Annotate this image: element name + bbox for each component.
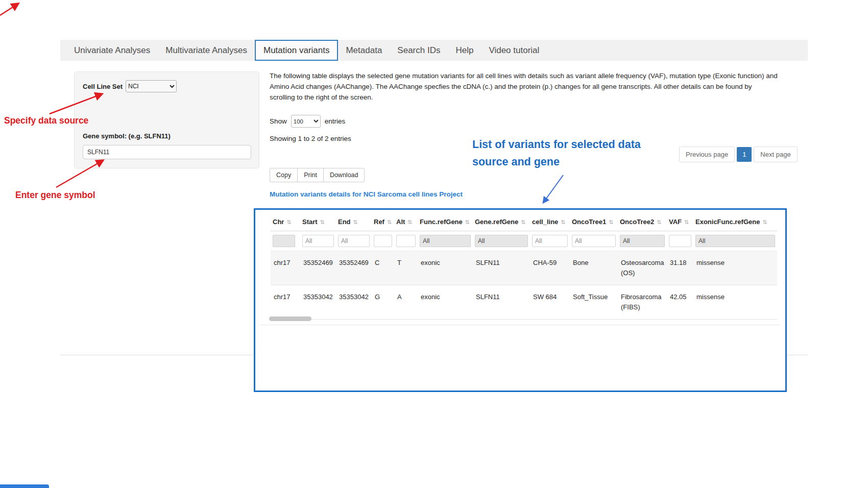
table-title-link[interactable]: Mutation variants details for NCI Sarcom… (270, 190, 463, 198)
table-row-1[interactable]: chr17 35352469 35352469 C T exonic SLFN1… (271, 251, 777, 285)
col-header-ref[interactable]: Ref⇅ (372, 212, 394, 231)
table-bottom-divider (260, 325, 780, 325)
col-header-func-refgene[interactable]: Func.refGene⇅ (418, 212, 473, 231)
table-row-2[interactable]: chr17 35353042 35353042 G A exonic SLFN1… (271, 285, 777, 320)
col-header-alt[interactable]: Alt⇅ (394, 212, 418, 231)
app-page: Univariate Analyses Multivariate Analyse… (0, 0, 868, 488)
show-label: Show (270, 117, 287, 125)
sort-icon: ⇅ (320, 219, 325, 225)
tab-mutation-variants[interactable]: Mutation variants (255, 40, 338, 61)
col-header-cell-line[interactable]: cell_line⇅ (530, 212, 570, 231)
sort-icon: ⇅ (407, 219, 412, 225)
tab-univariate-analyses[interactable]: Univariate Analyses (66, 40, 158, 61)
filter-start[interactable] (302, 235, 334, 247)
table-cell: 31.18 (667, 251, 693, 285)
table-cell: 35353042 (300, 285, 336, 320)
control-panel: Cell Line Set NCI Gene symbol: (e.g. SLF… (74, 71, 259, 168)
bottom-edge-artifact (0, 484, 49, 488)
filter-oncotree1[interactable] (572, 235, 616, 247)
pagination: Previous page 1 Next page (679, 147, 798, 162)
table-cell: Soft_Tissue (570, 285, 618, 320)
table-cell: A (394, 285, 418, 320)
tab-description: The following table displays the selecte… (270, 70, 779, 103)
annotation-specify-data-source: Specify data source (4, 115, 88, 126)
download-button[interactable]: Download (323, 168, 365, 182)
sort-icon: ⇅ (561, 219, 565, 225)
cell-line-set-select[interactable]: NCI (126, 80, 177, 92)
filter-func-refgene[interactable]: All (420, 235, 471, 247)
page-number-1-button[interactable]: 1 (737, 147, 752, 162)
page-length-select[interactable]: 100 (291, 115, 321, 128)
filter-end[interactable] (338, 235, 370, 247)
horizontal-scrollbar-thumb[interactable] (269, 316, 311, 321)
previous-page-button[interactable]: Previous page (679, 147, 735, 162)
tab-search-ids[interactable]: Search IDs (390, 40, 448, 61)
tab-multivariate-analyses[interactable]: Multivariate Analyses (158, 40, 255, 61)
col-header-oncotree1[interactable]: OncoTree1⇅ (570, 212, 618, 231)
gene-symbol-input[interactable] (83, 145, 251, 159)
table-cell: exonic (418, 251, 473, 285)
arrow-list-of-variants (543, 175, 563, 203)
table-cell: SLFN11 (473, 285, 530, 320)
table-cell: T (394, 251, 418, 285)
entries-label: entries (325, 117, 346, 125)
filter-cell-line[interactable] (532, 235, 568, 247)
variants-table: Chr⇅ Start⇅ End⇅ Ref⇅ Alt⇅ Func.refGene⇅… (271, 212, 777, 320)
export-buttons: Copy Print Download (270, 168, 365, 182)
col-header-oncotree2[interactable]: OncoTree2⇅ (618, 212, 667, 231)
table-cell: missense (693, 251, 777, 285)
sort-icon: ⇅ (465, 219, 470, 225)
sort-icon: ⇅ (521, 219, 525, 225)
table-cell: missense (693, 285, 777, 320)
filter-exonicfunc-refgene[interactable]: All (695, 235, 775, 247)
filter-vaf[interactable] (669, 235, 691, 247)
annotation-enter-gene-symbol: Enter gene symbol (15, 190, 95, 201)
table-cell: Fibrosarcoma (FIBS) (618, 285, 667, 320)
page-length-control: Show 100 entries (270, 115, 345, 128)
table-cell: C (372, 251, 394, 285)
top-nav: Univariate Analyses Multivariate Analyse… (60, 40, 808, 61)
table-header-row: Chr⇅ Start⇅ End⇅ Ref⇅ Alt⇅ Func.refGene⇅… (271, 212, 777, 231)
table-cell: exonic (418, 285, 473, 320)
filter-chr[interactable] (273, 235, 295, 247)
table-cell: Bone (570, 251, 618, 285)
table-cell: SLFN11 (473, 251, 530, 285)
sort-icon: ⇅ (387, 219, 392, 225)
col-header-vaf[interactable]: VAF⇅ (667, 212, 693, 231)
arrow-top-left-artifact (0, 4, 18, 15)
table-cell: 42.05 (667, 285, 693, 320)
filter-gene-refgene[interactable]: All (475, 235, 528, 247)
filter-oncotree2[interactable]: All (620, 235, 665, 247)
col-header-exonicfunc-refgene[interactable]: ExonicFunc.refGene⇅ (693, 212, 777, 231)
table-cell: chr17 (271, 285, 300, 320)
tab-help[interactable]: Help (448, 40, 481, 61)
col-header-chr[interactable]: Chr⇅ (271, 212, 300, 231)
next-page-button[interactable]: Next page (754, 147, 797, 162)
print-button[interactable]: Print (297, 168, 324, 182)
cell-line-set-label: Cell Line Set (83, 83, 123, 90)
table-cell: 35352469 (300, 251, 336, 285)
gene-symbol-label: Gene symbol: (e.g. SLFN11) (83, 132, 251, 140)
tab-video-tutorial[interactable]: Video tutorial (481, 40, 547, 61)
table-cell: G (372, 285, 394, 320)
showing-entries-info: Showing 1 to 2 of 2 entries (270, 135, 351, 142)
tab-metadata[interactable]: Metadata (338, 40, 390, 61)
col-header-gene-refgene[interactable]: Gene.refGene⇅ (473, 212, 530, 231)
sort-icon: ⇅ (684, 219, 689, 225)
table-cell: 35352469 (336, 251, 372, 285)
sort-icon: ⇅ (609, 219, 613, 225)
sort-icon: ⇅ (657, 219, 661, 225)
table-cell: 35353042 (336, 285, 372, 320)
table-cell: Osteosarcoma (OS) (618, 251, 667, 285)
variants-table-container: Chr⇅ Start⇅ End⇅ Ref⇅ Alt⇅ Func.refGene⇅… (254, 208, 787, 392)
table-cell: CHA-59 (530, 251, 570, 285)
filter-alt[interactable] (396, 235, 416, 247)
sort-icon: ⇅ (353, 219, 358, 225)
col-header-start[interactable]: Start⇅ (300, 212, 336, 231)
copy-button[interactable]: Copy (270, 168, 298, 182)
sort-icon: ⇅ (286, 219, 291, 225)
table-cell: SW 684 (530, 285, 570, 320)
col-header-end[interactable]: End⇅ (336, 212, 372, 231)
filter-ref[interactable] (374, 235, 392, 247)
annotation-list-of-variants: List of variants for selected data sourc… (472, 136, 641, 170)
